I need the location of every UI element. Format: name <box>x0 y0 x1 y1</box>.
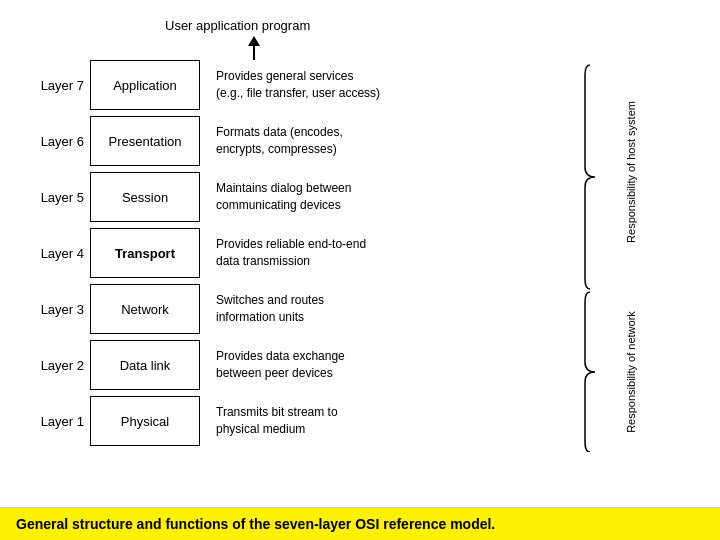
layer-name-box: Session <box>90 172 200 222</box>
layer-name-box: Physical <box>90 396 200 446</box>
layer-number: Layer 5 <box>30 172 90 222</box>
layer-number: Layer 3 <box>30 284 90 334</box>
layers-container: Layer 7ApplicationProvides general servi… <box>30 60 600 452</box>
caption: General structure and functions of the s… <box>0 507 720 540</box>
diagram-container: General structure and functions of the s… <box>0 0 720 540</box>
layer-description: Provides data exchange between peer devi… <box>200 340 600 390</box>
layer-number: Layer 7 <box>30 60 90 110</box>
up-arrow <box>248 36 260 60</box>
arrow-line <box>253 46 255 60</box>
layer-number: Layer 2 <box>30 340 90 390</box>
layer-description: Provides general services (e.g., file tr… <box>200 60 600 110</box>
layer-number: Layer 4 <box>30 228 90 278</box>
braces-svg: Responsibility of host system Responsibi… <box>580 60 680 452</box>
layer-name-box: Network <box>90 284 200 334</box>
svg-text:Responsibility of host system: Responsibility of host system <box>625 101 637 243</box>
user-app-label: User application program <box>165 18 310 33</box>
layer-description: Formats data (encodes, encrypts, compres… <box>200 116 600 166</box>
layer-row: Layer 3NetworkSwitches and routes inform… <box>30 284 600 334</box>
layer-description: Maintains dialog between communicating d… <box>200 172 600 222</box>
caption-text: General structure and functions of the s… <box>16 516 495 532</box>
layer-row: Layer 2Data linkProvides data exchange b… <box>30 340 600 390</box>
layer-number: Layer 1 <box>30 396 90 446</box>
layer-row: Layer 1PhysicalTransmits bit stream to p… <box>30 396 600 446</box>
layer-name-box: Presentation <box>90 116 200 166</box>
layer-description: Provides reliable end-to-end data transm… <box>200 228 600 278</box>
layer-row: Layer 4TransportProvides reliable end-to… <box>30 228 600 278</box>
svg-text:Responsibility of network: Responsibility of network <box>625 311 637 433</box>
layer-row: Layer 7ApplicationProvides general servi… <box>30 60 600 110</box>
layer-number: Layer 6 <box>30 116 90 166</box>
layer-description: Transmits bit stream to physical medium <box>200 396 600 446</box>
layer-name-box: Transport <box>90 228 200 278</box>
layer-row: Layer 6PresentationFormats data (encodes… <box>30 116 600 166</box>
diagram-area: User application program Layer 7Applicat… <box>30 10 680 490</box>
layer-name-box: Application <box>90 60 200 110</box>
layer-row: Layer 5SessionMaintains dialog between c… <box>30 172 600 222</box>
layer-name-box: Data link <box>90 340 200 390</box>
layer-description: Switches and routes information units <box>200 284 600 334</box>
arrow-head <box>248 36 260 46</box>
